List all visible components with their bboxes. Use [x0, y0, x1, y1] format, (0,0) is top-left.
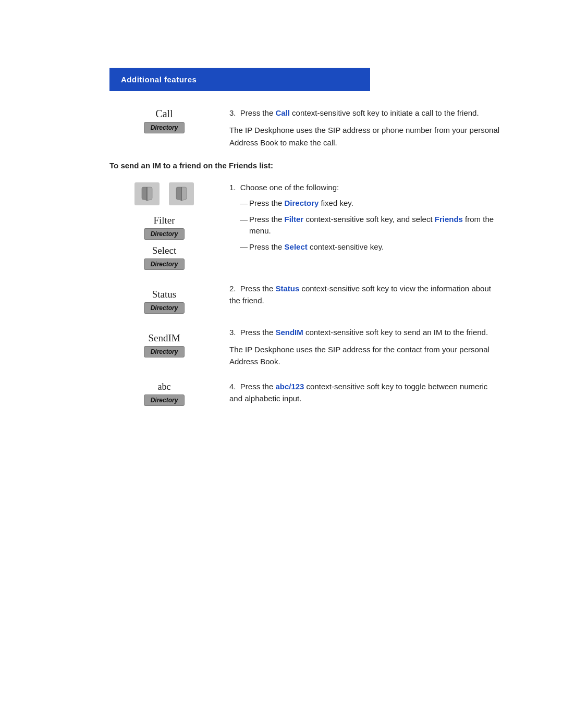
step3-sendim-right: 3. Press the SendIM context-sensitive so…	[219, 326, 500, 368]
page-wrapper: Additional features Call Directory 3. Pr…	[0, 68, 563, 728]
step4-text: 4. Press the abc/123 context-sensitive s…	[229, 380, 500, 405]
step2-left: Status Directory	[109, 282, 219, 314]
step4-section: abc Directory 4. Press the abc/123 conte…	[109, 380, 500, 406]
dash-2: —	[240, 214, 249, 237]
bullet-1: — Press the Directory fixed key.	[240, 198, 500, 209]
dash-3: —	[240, 241, 249, 253]
step3-call-left: Call Directory	[109, 107, 219, 149]
abc123-highlight: abc/123	[275, 382, 304, 391]
send-im-heading: To send an IM to a friend on the Friends…	[109, 161, 500, 170]
step2-section: Status Directory 2. Press the Status con…	[109, 282, 500, 314]
step1-left: Filter Directory Select Directory	[109, 181, 219, 270]
step4-num: 4.	[229, 382, 240, 391]
step1-intro: 1. Choose one of the following:	[229, 181, 500, 193]
step4-left: abc Directory	[109, 380, 219, 406]
book-svg-1	[139, 186, 155, 202]
step3-sendim-left: SendIM Directory	[109, 326, 219, 368]
call-dir-button: Directory	[144, 122, 185, 133]
sendim-dir-button: Directory	[144, 346, 185, 357]
step3-sendim-section: SendIM Directory 3. Press the SendIM con…	[109, 326, 500, 368]
filter-dir-button: Directory	[144, 228, 185, 240]
step3-call-para: The IP Deskphone uses the SIP address or…	[229, 124, 500, 149]
friends-highlight: Friends	[435, 215, 463, 224]
book-icon-2	[169, 182, 194, 205]
step4-right: 4. Press the abc/123 context-sensitive s…	[219, 380, 500, 406]
step3-call-text: 3. Press the Call context-sensitive soft…	[229, 107, 500, 119]
step3-call-right: 3. Press the Call context-sensitive soft…	[219, 107, 500, 149]
step1-right: 1. Choose one of the following: — Press …	[219, 181, 500, 270]
step1-num: 1.	[229, 183, 240, 192]
step1-section: Filter Directory Select Directory 1. Cho…	[109, 181, 500, 270]
abc-label: abc	[158, 381, 171, 392]
bullet-2-text: Press the Filter context-sensitive soft …	[249, 214, 500, 237]
select-label: Select	[152, 245, 176, 256]
bullet-3: — Press the Select context-sensitive key…	[240, 241, 500, 253]
select-highlight: Select	[285, 242, 308, 251]
directory-highlight: Directory	[285, 199, 319, 207]
filter-highlight: Filter	[285, 215, 304, 224]
call-highlight: Call	[275, 108, 290, 117]
step2-right: 2. Press the Status context-sensitive so…	[219, 282, 500, 314]
select-dir-button: Directory	[144, 258, 185, 270]
step3-sendim-text: 3. Press the SendIM context-sensitive so…	[229, 326, 500, 338]
book-icon-1	[134, 182, 160, 205]
call-label: Call	[155, 108, 173, 120]
content-area: Call Directory 3. Press the Call context…	[0, 107, 563, 406]
header-title: Additional features	[121, 75, 197, 84]
status-label: Status	[152, 289, 176, 300]
step3-sendim-num: 3.	[229, 328, 240, 337]
dash-1: —	[240, 198, 249, 209]
sendim-highlight: SendIM	[275, 328, 303, 337]
step3-call-num: 3.	[229, 108, 240, 117]
status-dir-button: Directory	[144, 302, 185, 314]
bullet-3-text: Press the Select context-sensitive key.	[249, 241, 384, 253]
abc-dir-button: Directory	[144, 394, 185, 406]
step2-num: 2.	[229, 284, 240, 293]
header-banner: Additional features	[109, 68, 370, 91]
filter-label: Filter	[153, 215, 175, 226]
book-svg-2	[174, 186, 189, 202]
step3-sendim-para: The IP Deskphone uses the SIP address fo…	[229, 343, 500, 368]
step2-text: 2. Press the Status context-sensitive so…	[229, 282, 500, 307]
book-icons-row	[134, 182, 194, 205]
bullet-1-text: Press the Directory fixed key.	[249, 198, 353, 209]
status-highlight: Status	[275, 284, 299, 293]
sendim-label: SendIM	[148, 332, 180, 344]
step3-call-section: Call Directory 3. Press the Call context…	[109, 107, 500, 149]
bullet-2: — Press the Filter context-sensitive sof…	[240, 214, 500, 237]
step1-bullets: — Press the Directory fixed key. — Press…	[240, 198, 500, 253]
